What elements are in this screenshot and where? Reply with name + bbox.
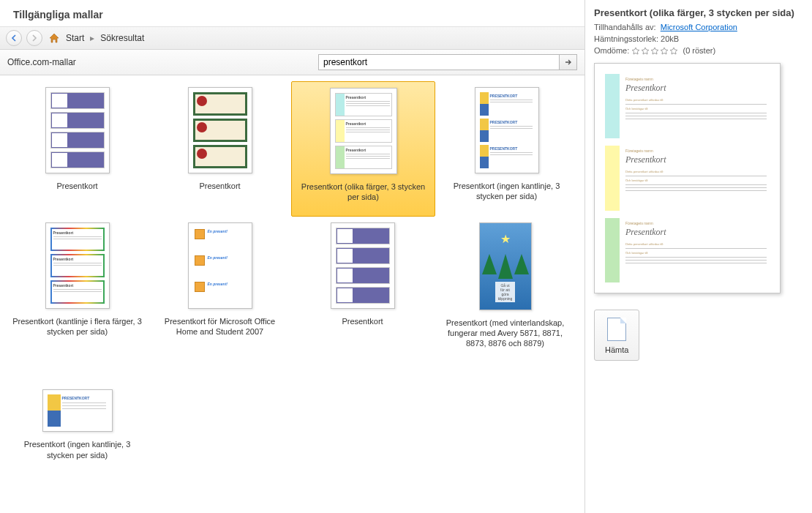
template-label: Presentkort (ingen kantlinje, 3 stycken … (12, 439, 143, 460)
template-label: Presentkort för Microsoft Office Home an… (154, 316, 286, 337)
chevron-right-icon: ▸ (90, 33, 94, 43)
nav-back-button[interactable] (6, 30, 22, 46)
details-panel: Presentkort (olika färger, 3 stycken per… (585, 0, 812, 513)
template-item[interactable]: Presentkort (291, 217, 434, 362)
template-item[interactable]: PRESENTKORT Presentkort (ingen kantlinje… (6, 362, 149, 473)
template-thumbnail: PRESENTKORT PRESENTKORT PRESENTKORT (475, 87, 539, 173)
template-thumbnail: PRESENTKORT (42, 389, 113, 432)
template-item[interactable]: PRESENTKORT PRESENTKORT PRESENTKORT Pres… (435, 81, 578, 217)
template-thumbnail: Presentkort Presentkort Presentkort (330, 88, 397, 174)
template-label: Presentkort (olika färger, 3 stycken per… (298, 181, 429, 203)
search-row: Office.com-mallar (0, 50, 584, 75)
template-label: Presentkort (56, 181, 97, 191)
results-area[interactable]: Presentkort Presentkort Presentkort Pr (0, 75, 584, 513)
rating-stars (631, 47, 678, 56)
search-go-button[interactable] (560, 54, 577, 70)
detail-title: Presentkort (olika färger, 3 stycken per… (594, 7, 803, 18)
template-label: Presentkort (342, 316, 383, 326)
detail-rating: Omdöme: (0 röster) (594, 46, 803, 56)
template-thumbnail (188, 87, 252, 173)
breadcrumb: Start ▸ Sökresultat (66, 33, 144, 43)
download-label: Hämta (605, 345, 628, 354)
template-thumbnail: En present! En present! En present! (188, 222, 252, 309)
breadcrumb-home[interactable]: Start (66, 33, 84, 43)
template-item[interactable]: Presentkort (6, 81, 149, 217)
template-thumbnail: Presentkort Presentkort Presentkort (45, 222, 110, 309)
search-input[interactable] (318, 54, 560, 70)
detail-provider: Tillhandahålls av: Microsoft Corporation (594, 23, 803, 31)
document-icon (607, 318, 626, 341)
template-item-selected[interactable]: Presentkort Presentkort Presentkort Pres… (291, 81, 435, 217)
detail-size: Hämtningsstorlek: 20kB (594, 34, 803, 43)
template-thumbnail: ★ Gå utför attgöraklippning (479, 222, 532, 310)
download-button[interactable]: Hämta (594, 310, 639, 361)
provider-link[interactable]: Microsoft Corporation (661, 23, 737, 31)
template-item[interactable]: Presentkort Presentkort Presentkort Pres… (6, 217, 149, 362)
template-item[interactable]: En present! En present! En present! Pres… (149, 217, 291, 362)
template-thumbnail (45, 87, 110, 173)
template-label: Presentkort (med vinterlandskap, fungera… (440, 318, 571, 349)
detail-preview: Företagets namnPresentkortDetta presentk… (594, 63, 781, 293)
template-label: Presentkort (ingen kantlinje, 3 stycken … (441, 181, 573, 202)
nav-forward-button[interactable] (26, 30, 42, 46)
home-icon[interactable] (47, 31, 61, 45)
breadcrumb-current[interactable]: Sökresultat (100, 33, 144, 43)
template-item[interactable]: ★ Gå utför attgöraklippning Presentkort … (434, 217, 576, 362)
template-thumbnail (331, 222, 395, 309)
template-label: Presentkort (199, 181, 240, 191)
breadcrumb-toolbar: Start ▸ Sökresultat (0, 26, 584, 50)
search-source-label: Office.com-mallar (7, 57, 76, 67)
star-icon: ★ (500, 232, 511, 246)
template-item[interactable]: Presentkort (149, 81, 291, 217)
page-title: Tillgängliga mallar (0, 0, 584, 26)
template-label: Presentkort (kantlinje i flera färger, 3… (12, 316, 143, 337)
